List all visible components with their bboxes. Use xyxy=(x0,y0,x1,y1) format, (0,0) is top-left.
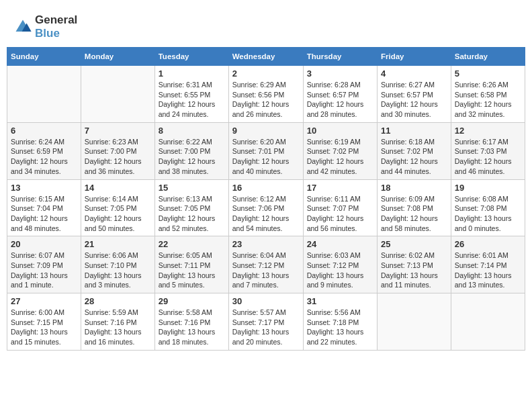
day-number: 18 xyxy=(381,183,447,193)
calendar-day-cell: 28Sunrise: 5:59 AM Sunset: 7:16 PM Dayli… xyxy=(81,293,154,351)
calendar-day-cell xyxy=(7,66,81,123)
calendar-day-cell xyxy=(81,66,154,123)
day-info: Sunrise: 6:22 AM Sunset: 7:00 PM Dayligh… xyxy=(159,137,225,177)
day-number: 15 xyxy=(159,183,225,193)
day-number: 21 xyxy=(85,239,151,249)
day-number: 5 xyxy=(455,68,521,79)
calendar-header-row: SundayMondayTuesdayWednesdayThursdayFrid… xyxy=(7,48,525,66)
day-info: Sunrise: 6:00 AM Sunset: 7:15 PM Dayligh… xyxy=(11,308,77,347)
calendar-day-cell: 21Sunrise: 6:06 AM Sunset: 7:10 PM Dayli… xyxy=(81,236,154,293)
calendar-day-cell: 26Sunrise: 6:01 AM Sunset: 7:14 PM Dayli… xyxy=(451,236,525,293)
day-number: 22 xyxy=(159,239,225,249)
day-info: Sunrise: 6:11 AM Sunset: 7:07 PM Dayligh… xyxy=(307,194,373,234)
calendar-day-cell: 5Sunrise: 6:26 AM Sunset: 6:58 PM Daylig… xyxy=(451,66,525,123)
calendar-day-cell: 17Sunrise: 6:11 AM Sunset: 7:07 PM Dayli… xyxy=(303,179,377,236)
day-info: Sunrise: 6:04 AM Sunset: 7:12 PM Dayligh… xyxy=(232,250,300,290)
calendar-day-cell: 10Sunrise: 6:19 AM Sunset: 7:02 PM Dayli… xyxy=(303,122,377,179)
calendar-week-row: 1Sunrise: 6:31 AM Sunset: 6:55 PM Daylig… xyxy=(7,66,525,123)
day-number: 20 xyxy=(11,239,77,249)
day-number: 8 xyxy=(159,126,225,136)
logo: General Blue xyxy=(13,13,77,40)
day-number: 25 xyxy=(381,239,447,249)
day-info: Sunrise: 6:28 AM Sunset: 6:57 PM Dayligh… xyxy=(307,80,373,120)
calendar-day-cell: 11Sunrise: 6:18 AM Sunset: 7:02 PM Dayli… xyxy=(378,122,451,179)
calendar-day-cell: 12Sunrise: 6:17 AM Sunset: 7:03 PM Dayli… xyxy=(451,122,525,179)
day-number: 1 xyxy=(159,68,225,79)
day-header-monday: Monday xyxy=(81,48,154,66)
calendar-day-cell: 23Sunrise: 6:04 AM Sunset: 7:12 PM Dayli… xyxy=(228,236,303,293)
calendar-day-cell: 9Sunrise: 6:20 AM Sunset: 7:01 PM Daylig… xyxy=(228,122,303,179)
day-info: Sunrise: 6:15 AM Sunset: 7:04 PM Dayligh… xyxy=(11,194,77,234)
calendar-table: SundayMondayTuesdayWednesdayThursdayFrid… xyxy=(7,47,525,351)
day-info: Sunrise: 6:23 AM Sunset: 7:00 PM Dayligh… xyxy=(85,137,151,177)
day-number: 2 xyxy=(232,68,300,79)
day-info: Sunrise: 6:31 AM Sunset: 6:55 PM Dayligh… xyxy=(159,80,225,120)
day-header-saturday: Saturday xyxy=(451,48,525,66)
calendar-day-cell xyxy=(451,293,525,351)
day-info: Sunrise: 6:05 AM Sunset: 7:11 PM Dayligh… xyxy=(159,250,225,290)
day-info: Sunrise: 5:58 AM Sunset: 7:16 PM Dayligh… xyxy=(159,308,225,347)
calendar-day-cell: 7Sunrise: 6:23 AM Sunset: 7:00 PM Daylig… xyxy=(81,122,154,179)
day-number: 10 xyxy=(307,126,373,136)
day-number: 9 xyxy=(232,126,300,136)
day-number: 6 xyxy=(11,126,77,136)
calendar-day-cell: 15Sunrise: 6:13 AM Sunset: 7:05 PM Dayli… xyxy=(154,179,228,236)
day-info: Sunrise: 6:06 AM Sunset: 7:10 PM Dayligh… xyxy=(85,250,151,290)
day-number: 24 xyxy=(307,239,373,249)
calendar-day-cell: 8Sunrise: 6:22 AM Sunset: 7:00 PM Daylig… xyxy=(154,122,228,179)
day-number: 30 xyxy=(232,296,300,306)
day-header-friday: Friday xyxy=(378,48,451,66)
day-header-wednesday: Wednesday xyxy=(228,48,303,66)
calendar-day-cell: 22Sunrise: 6:05 AM Sunset: 7:11 PM Dayli… xyxy=(154,236,228,293)
day-info: Sunrise: 6:13 AM Sunset: 7:05 PM Dayligh… xyxy=(159,194,225,234)
calendar-day-cell: 1Sunrise: 6:31 AM Sunset: 6:55 PM Daylig… xyxy=(154,66,228,123)
day-info: Sunrise: 6:17 AM Sunset: 7:03 PM Dayligh… xyxy=(455,137,521,177)
day-info: Sunrise: 6:02 AM Sunset: 7:13 PM Dayligh… xyxy=(381,250,447,290)
calendar-day-cell: 24Sunrise: 6:03 AM Sunset: 7:12 PM Dayli… xyxy=(303,236,377,293)
day-number: 13 xyxy=(11,183,77,193)
calendar-week-row: 20Sunrise: 6:07 AM Sunset: 7:09 PM Dayli… xyxy=(7,236,525,293)
calendar-day-cell: 2Sunrise: 6:29 AM Sunset: 6:56 PM Daylig… xyxy=(228,66,303,123)
logo-text: General Blue xyxy=(35,13,77,40)
day-number: 17 xyxy=(307,183,373,193)
day-number: 19 xyxy=(455,183,521,193)
day-info: Sunrise: 6:26 AM Sunset: 6:58 PM Dayligh… xyxy=(455,80,521,120)
calendar-day-cell: 16Sunrise: 6:12 AM Sunset: 7:06 PM Dayli… xyxy=(228,179,303,236)
day-number: 27 xyxy=(11,296,77,306)
day-number: 26 xyxy=(455,239,521,249)
day-info: Sunrise: 6:29 AM Sunset: 6:56 PM Dayligh… xyxy=(232,80,300,120)
day-number: 31 xyxy=(307,296,373,306)
day-number: 16 xyxy=(232,183,300,193)
day-info: Sunrise: 6:20 AM Sunset: 7:01 PM Dayligh… xyxy=(232,137,300,177)
calendar-day-cell: 19Sunrise: 6:08 AM Sunset: 7:08 PM Dayli… xyxy=(451,179,525,236)
day-info: Sunrise: 6:12 AM Sunset: 7:06 PM Dayligh… xyxy=(232,194,300,234)
day-number: 7 xyxy=(85,126,151,136)
day-number: 3 xyxy=(307,68,373,79)
calendar-week-row: 6Sunrise: 6:24 AM Sunset: 6:59 PM Daylig… xyxy=(7,122,525,179)
day-info: Sunrise: 6:07 AM Sunset: 7:09 PM Dayligh… xyxy=(11,250,77,290)
day-number: 23 xyxy=(232,239,300,249)
day-header-tuesday: Tuesday xyxy=(154,48,228,66)
day-info: Sunrise: 6:08 AM Sunset: 7:08 PM Dayligh… xyxy=(455,194,521,234)
header: General Blue xyxy=(7,7,525,44)
day-info: Sunrise: 5:57 AM Sunset: 7:17 PM Dayligh… xyxy=(232,308,300,347)
day-info: Sunrise: 6:03 AM Sunset: 7:12 PM Dayligh… xyxy=(307,250,373,290)
day-info: Sunrise: 5:56 AM Sunset: 7:18 PM Dayligh… xyxy=(307,308,373,347)
day-info: Sunrise: 6:09 AM Sunset: 7:08 PM Dayligh… xyxy=(381,194,447,234)
day-info: Sunrise: 6:19 AM Sunset: 7:02 PM Dayligh… xyxy=(307,137,373,177)
calendar-day-cell xyxy=(378,293,451,351)
calendar-day-cell: 30Sunrise: 5:57 AM Sunset: 7:17 PM Dayli… xyxy=(228,293,303,351)
day-number: 29 xyxy=(159,296,225,306)
calendar-day-cell: 14Sunrise: 6:14 AM Sunset: 7:05 PM Dayli… xyxy=(81,179,154,236)
calendar-week-row: 13Sunrise: 6:15 AM Sunset: 7:04 PM Dayli… xyxy=(7,179,525,236)
calendar-week-row: 27Sunrise: 6:00 AM Sunset: 7:15 PM Dayli… xyxy=(7,293,525,351)
day-number: 28 xyxy=(85,296,151,306)
calendar-day-cell: 31Sunrise: 5:56 AM Sunset: 7:18 PM Dayli… xyxy=(303,293,377,351)
day-number: 12 xyxy=(455,126,521,136)
day-info: Sunrise: 6:27 AM Sunset: 6:57 PM Dayligh… xyxy=(381,80,447,120)
day-info: Sunrise: 6:14 AM Sunset: 7:05 PM Dayligh… xyxy=(85,194,151,234)
day-number: 4 xyxy=(381,68,447,79)
logo-icon xyxy=(13,17,32,36)
day-number: 14 xyxy=(85,183,151,193)
calendar-day-cell: 20Sunrise: 6:07 AM Sunset: 7:09 PM Dayli… xyxy=(7,236,81,293)
